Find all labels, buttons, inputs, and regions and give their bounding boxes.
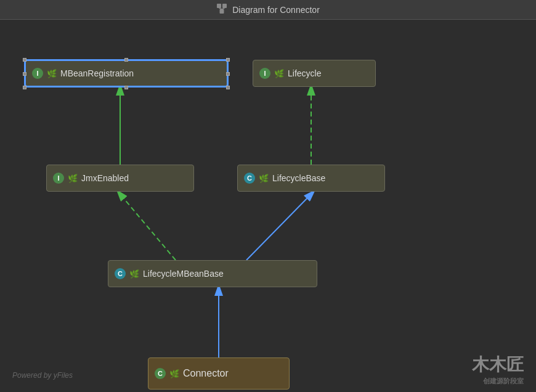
node-label-connector: Connector: [183, 368, 229, 379]
svg-line-4: [222, 8, 225, 9]
node-label-lifecycle: Lifecycle: [288, 68, 321, 78]
svg-line-12: [246, 194, 311, 260]
leaf-icon-lifecycle-mbean: 🌿: [129, 269, 139, 279]
node-label-lifecycle-mbean: LifecycleMBeanBase: [143, 269, 224, 279]
node-connector[interactable]: C 🌿 Connector: [148, 357, 290, 390]
badge-i-lifecycle: I: [259, 68, 270, 79]
node-lifecycle-base[interactable]: C 🌿 LifecycleBase: [237, 165, 385, 192]
svg-rect-1: [222, 4, 227, 8]
svg-line-10: [120, 194, 176, 260]
badge-c-lifecycle-mbean: C: [115, 268, 126, 279]
node-lifecycle[interactable]: I 🌿 Lifecycle: [253, 60, 376, 87]
leaf-icon-jmx: 🌿: [68, 174, 78, 183]
powered-by: Powered by yFiles: [12, 371, 73, 380]
badge-i-mbean: I: [32, 68, 43, 79]
leaf-icon-connector: 🌿: [169, 369, 179, 378]
diagram-area[interactable]: I 🌿 MBeanRegistration I 🌿 Lifecycle I 🌿 …: [0, 20, 536, 392]
svg-rect-2: [220, 9, 224, 14]
title-text: Diagram for Connector: [232, 5, 320, 15]
title-icon: [216, 3, 227, 17]
node-label-mbean: MBeanRegistration: [60, 68, 134, 78]
node-label-lifecycle-base: LifecycleBase: [272, 173, 325, 183]
node-lifecycle-mbean-base[interactable]: C 🌿 LifecycleMBeanBase: [108, 260, 317, 287]
svg-rect-0: [217, 4, 221, 8]
node-label-jmx: JmxEnabled: [81, 173, 129, 183]
badge-c-lifecycle-base: C: [244, 173, 255, 184]
badge-i-jmx: I: [53, 173, 64, 184]
leaf-icon-lifecycle-base: 🌿: [259, 174, 269, 183]
watermark: 木木匠 创建源阶段室: [472, 353, 524, 386]
title-bar: Diagram for Connector: [0, 0, 536, 20]
watermark-sub: 创建源阶段室: [472, 377, 524, 386]
svg-line-3: [219, 8, 222, 9]
node-jmx[interactable]: I 🌿 JmxEnabled: [46, 165, 194, 192]
leaf-icon-mbean: 🌿: [47, 69, 57, 78]
leaf-icon-lifecycle: 🌿: [274, 69, 284, 78]
badge-c-connector: C: [155, 368, 166, 379]
node-mbean[interactable]: I 🌿 MBeanRegistration: [25, 60, 228, 87]
